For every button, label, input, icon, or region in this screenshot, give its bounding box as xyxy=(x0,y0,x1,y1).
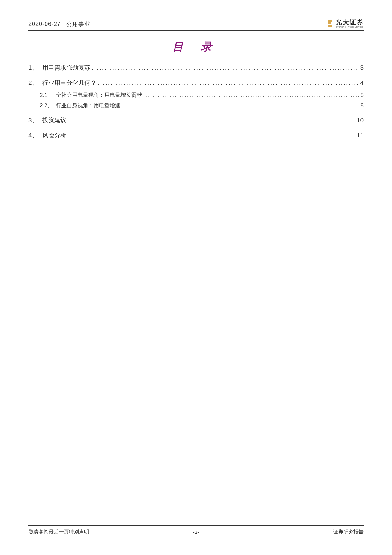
toc-leader xyxy=(143,92,359,98)
page: 2020-06-27 公用事业 光大证券 EVERBRIGHT SECURITI… xyxy=(0,0,392,555)
logo-text: 光大证券 EVERBRIGHT SECURITIES xyxy=(336,19,364,28)
toc-entry: 4、 风险分析 11 xyxy=(28,131,364,140)
footer-page-number: -2- xyxy=(193,529,199,535)
toc-entry: 2.2、 行业自身视角：用电量增速 8 xyxy=(28,102,364,109)
toc-page: 4 xyxy=(360,79,364,86)
toc-leader xyxy=(68,117,356,124)
page-title: 目 录 xyxy=(28,40,364,54)
svg-rect-0 xyxy=(328,20,332,22)
toc-label: 用电需求强劲复苏 xyxy=(42,64,90,72)
footer-right: 证券研究报告 xyxy=(333,529,364,535)
toc-number: 2、 xyxy=(28,79,38,87)
toc-page: 3 xyxy=(360,64,364,71)
toc-label: 投资建议 xyxy=(42,116,66,124)
toc-leader xyxy=(98,79,359,86)
toc-entry: 2、 行业用电分化几何？ 4 xyxy=(28,79,364,87)
toc-entry: 2.1、 全社会用电量视角：用电量增长贡献 5 xyxy=(28,91,364,99)
toc-leader xyxy=(122,103,359,109)
company-logo: 光大证券 EVERBRIGHT SECURITIES xyxy=(327,19,364,28)
toc-label: 风险分析 xyxy=(42,131,66,140)
toc-number: 4、 xyxy=(28,131,38,140)
logo-en: EVERBRIGHT SECURITIES xyxy=(336,26,364,28)
logo-cn: 光大证券 xyxy=(336,19,364,25)
toc-page: 8 xyxy=(361,103,364,109)
toc-number: 2.1、 xyxy=(40,91,53,99)
header-category: 公用事业 xyxy=(66,21,90,27)
toc-page: 11 xyxy=(357,132,364,139)
table-of-contents: 1、 用电需求强劲复苏 3 2、 行业用电分化几何？ 4 2.1、 全社会用电量… xyxy=(28,64,364,140)
toc-page: 5 xyxy=(361,92,364,98)
svg-rect-2 xyxy=(328,25,332,27)
footer-left: 敬请参阅最后一页特别声明 xyxy=(28,529,89,535)
toc-label: 全社会用电量视角：用电量增长贡献 xyxy=(56,91,142,99)
svg-rect-1 xyxy=(328,22,331,24)
toc-number: 2.2、 xyxy=(40,102,53,109)
toc-label: 行业用电分化几何？ xyxy=(42,79,96,87)
logo-icon xyxy=(327,19,334,28)
page-header: 2020-06-27 公用事业 光大证券 EVERBRIGHT SECURITI… xyxy=(28,19,364,31)
toc-leader xyxy=(68,132,356,139)
header-left: 2020-06-27 公用事业 xyxy=(28,20,90,28)
toc-leader xyxy=(92,64,359,71)
header-date: 2020-06-27 xyxy=(28,21,61,27)
toc-number: 1、 xyxy=(28,64,38,72)
toc-number: 3、 xyxy=(28,116,38,124)
toc-entry: 1、 用电需求强劲复苏 3 xyxy=(28,64,364,72)
page-footer: 敬请参阅最后一页特别声明 -2- 证券研究报告 xyxy=(28,525,364,535)
toc-page: 10 xyxy=(357,117,364,124)
toc-label: 行业自身视角：用电量增速 xyxy=(56,102,120,109)
toc-entry: 3、 投资建议 10 xyxy=(28,116,364,124)
